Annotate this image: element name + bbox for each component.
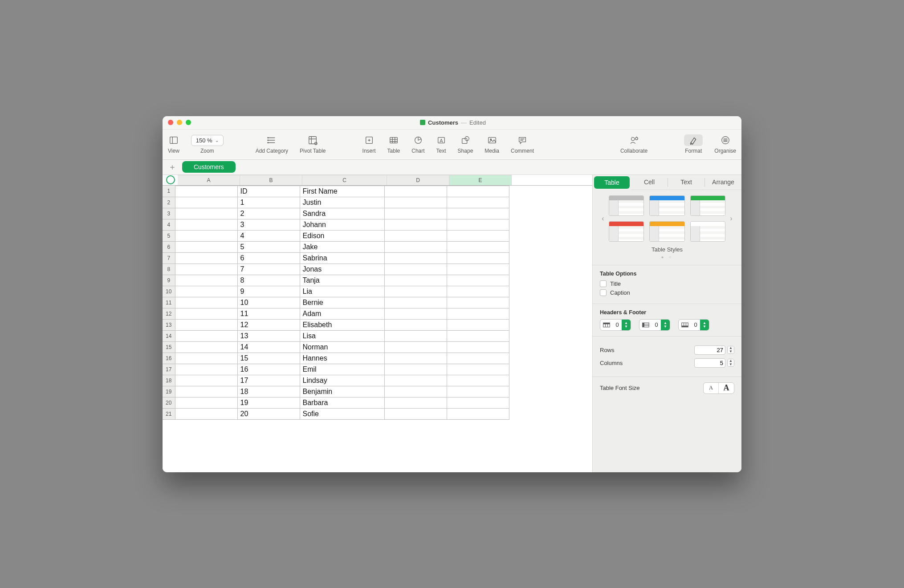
cell[interactable]	[384, 308, 447, 319]
cell[interactable]	[447, 197, 509, 208]
cell[interactable]	[175, 230, 237, 241]
styles-next-button[interactable]: ›	[728, 215, 734, 223]
table-row[interactable]: 1615Hannes	[163, 353, 509, 364]
zoom-button[interactable]: 150 %⌄ Zoom	[191, 134, 224, 154]
view-button[interactable]: View	[168, 134, 179, 154]
cell[interactable]	[175, 186, 237, 197]
cell[interactable]	[447, 297, 509, 308]
cell[interactable]: Justin	[300, 197, 384, 208]
cell[interactable]: ID	[237, 186, 300, 197]
table-row[interactable]: 1110Bernie	[163, 297, 509, 308]
table-row[interactable]: 43Johann	[163, 219, 509, 230]
cell[interactable]	[384, 252, 447, 264]
cell[interactable]	[384, 353, 447, 364]
cell[interactable]	[447, 219, 509, 230]
cell[interactable]	[447, 375, 509, 386]
chart-button[interactable]: Chart	[411, 134, 424, 154]
cell[interactable]: 20	[237, 408, 300, 419]
col-header-E[interactable]: E	[449, 175, 512, 185]
cell[interactable]	[175, 286, 237, 297]
cell[interactable]	[447, 319, 509, 330]
cell[interactable]: 3	[237, 219, 300, 230]
cell[interactable]	[175, 219, 237, 230]
cols-input[interactable]	[694, 358, 725, 368]
cell[interactable]	[384, 386, 447, 397]
inspector-tab-cell[interactable]: Cell	[631, 175, 668, 190]
cell[interactable]: 7	[237, 264, 300, 275]
row-header[interactable]: 10	[163, 286, 175, 297]
cell[interactable]	[447, 252, 509, 264]
cell[interactable]: 14	[237, 341, 300, 353]
cell[interactable]: Sofie	[300, 408, 384, 419]
cell[interactable]: Lindsay	[300, 375, 384, 386]
cell[interactable]	[175, 252, 237, 264]
cell[interactable]	[447, 186, 509, 197]
cell[interactable]	[384, 330, 447, 341]
table-row[interactable]: 1716Emil	[163, 364, 509, 375]
cell[interactable]	[384, 264, 447, 275]
row-header[interactable]: 19	[163, 386, 175, 397]
cell[interactable]: Jonas	[300, 264, 384, 275]
cols-stepper[interactable]: ▲▼	[727, 359, 734, 367]
cell[interactable]	[384, 341, 447, 353]
table-row[interactable]: 2120Sofie	[163, 408, 509, 419]
table-style-white[interactable]	[690, 221, 725, 242]
table-row[interactable]: 65Jake	[163, 241, 509, 252]
table-row[interactable]: 1918Benjamin	[163, 386, 509, 397]
add-sheet-button[interactable]: ＋	[167, 162, 178, 172]
cell[interactable]: 2	[237, 208, 300, 219]
cell[interactable]	[175, 308, 237, 319]
cell[interactable]: Barbara	[300, 397, 384, 408]
cell[interactable]	[447, 397, 509, 408]
table-row[interactable]: 21Justin	[163, 197, 509, 208]
cell[interactable]: 17	[237, 375, 300, 386]
table-row[interactable]: 1312Elisabeth	[163, 319, 509, 330]
cell[interactable]	[447, 264, 509, 275]
cell[interactable]	[447, 364, 509, 375]
media-button[interactable]: Media	[485, 134, 499, 154]
cell[interactable]	[175, 341, 237, 353]
row-header[interactable]: 1	[163, 186, 175, 197]
row-header[interactable]: 3	[163, 208, 175, 219]
cell[interactable]	[384, 364, 447, 375]
cell[interactable]: Bernie	[300, 297, 384, 308]
table-row[interactable]: 1817Lindsay	[163, 375, 509, 386]
spreadsheet-canvas[interactable]: A B C D E 1IDFirst Name21Justin32Sandra4…	[163, 175, 592, 472]
title-checkbox[interactable]: Title	[600, 280, 734, 287]
table-style-red[interactable]	[609, 221, 644, 242]
cell[interactable]	[175, 397, 237, 408]
cell[interactable]	[175, 330, 237, 341]
table-row[interactable]: 32Sandra	[163, 208, 509, 219]
cell[interactable]	[175, 364, 237, 375]
cell[interactable]: Tanja	[300, 275, 384, 286]
caption-checkbox[interactable]: Caption	[600, 289, 734, 296]
row-header[interactable]: 15	[163, 341, 175, 353]
cell[interactable]: 10	[237, 297, 300, 308]
table-row[interactable]: 1IDFirst Name	[163, 186, 509, 197]
inspector-tab-text[interactable]: Text	[668, 175, 704, 190]
table-style-green[interactable]	[690, 195, 725, 216]
cell[interactable]	[447, 208, 509, 219]
cell[interactable]	[175, 297, 237, 308]
cell[interactable]	[447, 408, 509, 419]
table-style-gray[interactable]	[609, 195, 644, 216]
cell[interactable]	[384, 375, 447, 386]
cell[interactable]: 15	[237, 353, 300, 364]
header-cols-stepper[interactable]: 0 ▲▼	[639, 319, 670, 331]
cell[interactable]	[447, 275, 509, 286]
cell[interactable]	[384, 297, 447, 308]
cell[interactable]: Adam	[300, 308, 384, 319]
cell[interactable]: Lia	[300, 286, 384, 297]
row-header[interactable]: 8	[163, 264, 175, 275]
cell[interactable]	[447, 386, 509, 397]
col-header-C[interactable]: C	[302, 175, 387, 185]
cell[interactable]: 6	[237, 252, 300, 264]
cell[interactable]	[384, 241, 447, 252]
cell[interactable]	[384, 230, 447, 241]
cell[interactable]	[175, 386, 237, 397]
row-header[interactable]: 6	[163, 241, 175, 252]
cell[interactable]: Jake	[300, 241, 384, 252]
row-header[interactable]: 9	[163, 275, 175, 286]
col-header-D[interactable]: D	[387, 175, 449, 185]
table-style-blue[interactable]	[649, 195, 684, 216]
